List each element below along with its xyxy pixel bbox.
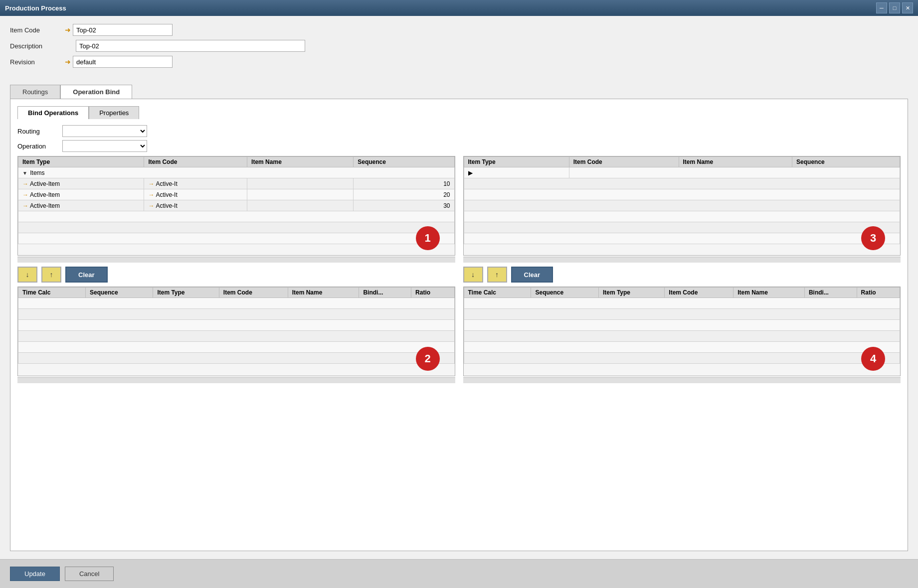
cell-item-type: →Active-Item bbox=[18, 200, 144, 211]
cell-item-code: →Active-It bbox=[144, 200, 247, 211]
col-binding-left: Bindi... bbox=[359, 288, 411, 298]
revision-input[interactable] bbox=[73, 56, 173, 68]
right-down-button[interactable]: ↓ bbox=[463, 267, 483, 283]
item-code-label: Item Code bbox=[10, 26, 65, 34]
update-button[interactable]: Update bbox=[10, 567, 60, 581]
cell-item-code: →Active-It bbox=[144, 189, 247, 200]
empty-row: ▶ bbox=[464, 167, 900, 178]
col-item-name-right: Item Name bbox=[734, 288, 805, 298]
col-item-type-right: Item Type bbox=[598, 288, 664, 298]
empty-row bbox=[18, 342, 455, 353]
empty-row bbox=[464, 189, 900, 200]
inner-tabs: Bind Operations Properties bbox=[17, 106, 901, 119]
cell-sequence: 10 bbox=[354, 178, 454, 189]
col-ratio-left: Ratio bbox=[411, 288, 454, 298]
empty-row bbox=[18, 320, 455, 331]
col-sequence-right-upper: Sequence bbox=[792, 157, 900, 167]
tab-bind-operations[interactable]: Bind Operations bbox=[17, 106, 89, 119]
empty-row bbox=[18, 331, 455, 342]
panels-container: Item Type Item Code Item Name Sequence bbox=[17, 156, 901, 383]
table-row[interactable]: →Active-Item →Active-It 30 bbox=[18, 200, 455, 211]
right-upper-table: Item Type Item Code Item Name Sequence ▶ bbox=[464, 156, 901, 244]
col-sequence-right: Sequence bbox=[531, 288, 598, 298]
tree-group-row: ▼ Items bbox=[18, 167, 455, 178]
right-btn-row: ↓ ↑ Clear bbox=[463, 267, 901, 283]
empty-row bbox=[464, 233, 900, 244]
description-label: Description bbox=[10, 42, 65, 50]
cell-item-type: →Active-Item bbox=[18, 178, 144, 189]
col-item-name-left: Item Name bbox=[288, 288, 359, 298]
col-item-type-left: Item Type bbox=[153, 288, 219, 298]
col-item-code-left-upper: Item Code bbox=[144, 157, 247, 167]
col-item-code-left: Item Code bbox=[219, 288, 288, 298]
left-upper-scrollbar[interactable] bbox=[17, 257, 455, 263]
routing-label: Routing bbox=[17, 128, 62, 135]
empty-row bbox=[18, 298, 455, 309]
left-clear-button[interactable]: Clear bbox=[65, 267, 108, 283]
minimize-button[interactable]: ─ bbox=[876, 2, 887, 13]
right-upper-scrollbar[interactable] bbox=[463, 257, 901, 263]
operation-row: Operation bbox=[17, 140, 901, 152]
tab-properties[interactable]: Properties bbox=[89, 106, 139, 119]
table-row[interactable]: →Active-Item →Active-It 20 bbox=[18, 189, 455, 200]
cancel-button[interactable]: Cancel bbox=[65, 567, 114, 581]
left-up-button[interactable]: ↑ bbox=[41, 267, 61, 283]
left-lower-scrollbar[interactable] bbox=[17, 377, 455, 383]
maximize-button[interactable]: □ bbox=[889, 2, 900, 13]
cell-sequence: 30 bbox=[354, 200, 454, 211]
left-lower-table: Time Calc Sequence Item Type Item Code I… bbox=[18, 287, 455, 364]
empty-row bbox=[464, 331, 900, 342]
col-item-name-right-upper: Item Name bbox=[679, 157, 792, 167]
tree-group-cell: ▼ Items bbox=[18, 167, 455, 178]
cell-item-code: →Active-It bbox=[144, 178, 247, 189]
col-item-type-left-upper: Item Type bbox=[18, 157, 144, 167]
footer: Update Cancel bbox=[0, 559, 918, 588]
right-panel: Item Type Item Code Item Name Sequence ▶ bbox=[463, 156, 901, 383]
window-title: Production Process bbox=[5, 4, 66, 12]
window-controls: ─ □ ✕ bbox=[876, 2, 913, 13]
left-upper-table: Item Type Item Code Item Name Sequence bbox=[18, 156, 455, 244]
tree-group-label: Items bbox=[30, 169, 44, 176]
empty-row bbox=[464, 353, 900, 364]
operation-select[interactable] bbox=[62, 140, 147, 152]
empty-row bbox=[464, 309, 900, 320]
right-lower-scrollbar[interactable] bbox=[463, 377, 901, 383]
revision-arrow: ➜ bbox=[65, 58, 71, 66]
tab-operation-bind[interactable]: Operation Bind bbox=[60, 85, 132, 99]
cell-item-name bbox=[247, 189, 354, 200]
close-button[interactable]: ✕ bbox=[902, 2, 913, 13]
table-row[interactable]: →Active-Item →Active-It 10 bbox=[18, 178, 455, 189]
cell-item-name bbox=[247, 200, 354, 211]
col-binding-right: Bindi... bbox=[804, 288, 857, 298]
left-panel: Item Type Item Code Item Name Sequence bbox=[17, 156, 455, 383]
item-code-row: Item Code ➜ bbox=[10, 24, 908, 36]
routing-select[interactable] bbox=[62, 125, 147, 137]
tab-routings[interactable]: Routings bbox=[10, 85, 60, 99]
tree-expand-icon[interactable]: ▼ bbox=[22, 170, 27, 176]
right-upper-grid: Item Type Item Code Item Name Sequence ▶ bbox=[463, 156, 901, 256]
empty-row bbox=[464, 178, 900, 189]
empty-row bbox=[18, 353, 455, 364]
empty-row bbox=[18, 211, 455, 222]
col-sequence-left-upper: Sequence bbox=[354, 157, 454, 167]
operation-label: Operation bbox=[17, 143, 62, 150]
left-lower-grid: Time Calc Sequence Item Type Item Code I… bbox=[17, 287, 455, 376]
right-up-button[interactable]: ↑ bbox=[487, 267, 507, 283]
cell-sequence: 20 bbox=[354, 189, 454, 200]
col-time-calc-right: Time Calc bbox=[464, 288, 531, 298]
revision-row: Revision ➜ bbox=[10, 56, 908, 68]
cell-item-type: →Active-Item bbox=[18, 189, 144, 200]
right-clear-button[interactable]: Clear bbox=[511, 267, 553, 283]
empty-row bbox=[464, 342, 900, 353]
col-item-code-right: Item Code bbox=[665, 288, 734, 298]
description-input[interactable] bbox=[76, 40, 305, 52]
empty-row bbox=[464, 211, 900, 222]
description-row: Description bbox=[10, 40, 908, 52]
left-btn-row: ↓ ↑ Clear bbox=[17, 267, 455, 283]
item-code-arrow: ➜ bbox=[65, 26, 71, 34]
empty-row bbox=[18, 222, 455, 233]
left-down-button[interactable]: ↓ bbox=[17, 267, 37, 283]
right-lower-grid: Time Calc Sequence Item Type Item Code I… bbox=[463, 287, 901, 376]
item-code-input[interactable] bbox=[73, 24, 173, 36]
empty-row bbox=[464, 200, 900, 211]
